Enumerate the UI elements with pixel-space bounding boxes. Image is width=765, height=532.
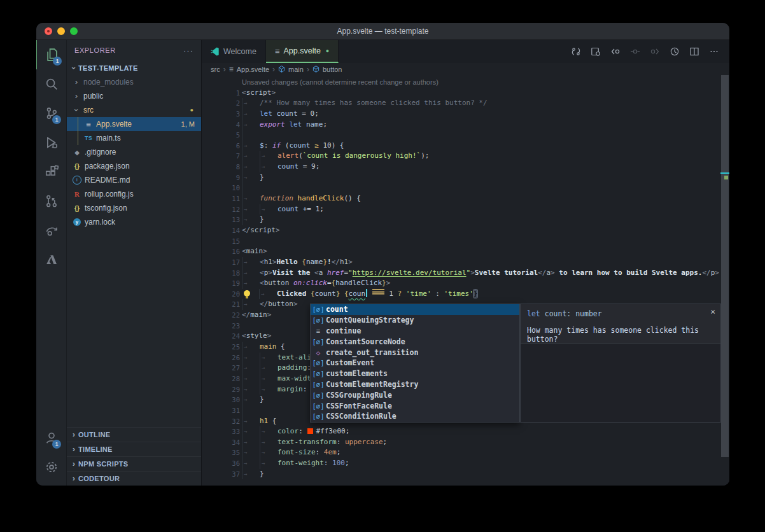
breadcrumb-src[interactable]: src — [211, 66, 220, 73]
code-line-34[interactable]: 34text-transform: uppercase; — [202, 437, 729, 448]
project-root-row[interactable]: › TEST-TEMPLATE — [67, 60, 201, 75]
previous-change-icon[interactable] — [608, 44, 623, 59]
code-line-18[interactable]: 18<p>Visit the <a href="https://svelte.d… — [202, 268, 729, 279]
editor-scrollbar[interactable] — [720, 75, 729, 486]
activity-run-debug-button[interactable] — [36, 128, 66, 157]
file-item-tsconfig-json[interactable]: {}tsconfig.json — [67, 201, 201, 215]
lightbulb-icon[interactable] — [242, 289, 259, 300]
code-line-33[interactable]: 33color: #ff3e00; — [202, 426, 729, 437]
code-line-3[interactable]: 3let count = 0; — [202, 109, 729, 120]
close-icon[interactable]: × — [710, 307, 715, 316]
split-editor-icon[interactable] — [687, 44, 702, 59]
next-change-icon[interactable] — [647, 44, 663, 59]
code-line-10[interactable]: 10 — [202, 183, 729, 193]
open-changes-icon[interactable] — [588, 44, 603, 59]
code-line-4[interactable]: 4export let name; — [202, 120, 729, 130]
line-number: 29 — [202, 384, 240, 395]
code-line-5[interactable]: 5 — [202, 130, 729, 141]
suggestion-item-count[interactable]: [∅]count — [311, 304, 519, 315]
code-line-8[interactable]: 8count = 9; — [202, 162, 729, 172]
file-item-app-svelte[interactable]: ≡App.svelte1, M — [67, 117, 201, 131]
line-number: 20 — [202, 289, 240, 300]
file-item-yarn-lock[interactable]: yyarn.lock — [67, 215, 201, 229]
gitlens-annotations-icon[interactable] — [568, 44, 584, 59]
code-line-9[interactable]: 9} — [202, 172, 729, 183]
file-item-package-json[interactable]: {}package.json — [67, 159, 201, 173]
file-item--gitignore[interactable]: ◆.gitignore — [67, 145, 201, 159]
code-line-15[interactable]: 15 — [202, 236, 729, 247]
suggest-widget: [∅]count[∅]CountQueuingStrategy≡continue… — [310, 304, 520, 423]
current-change-icon[interactable] — [628, 44, 643, 59]
activity-settings-button[interactable] — [36, 452, 66, 482]
activity-azure-button[interactable] — [36, 245, 66, 274]
tab-app-svelte[interactable]: ≡ App.svelte ● — [266, 40, 339, 63]
code-line-19[interactable]: 19<button on:click={handleClick}> — [202, 278, 729, 289]
line-number: 11 — [202, 193, 240, 204]
symbol-variable-icon: [∅] — [311, 412, 326, 420]
suggestion-item-cssconditionrule[interactable]: [∅]CSSConditionRule — [311, 411, 519, 422]
breadcrumb-symbol-main[interactable]: main — [288, 66, 304, 73]
section-outline[interactable]: ›OUTLINE — [67, 427, 201, 442]
file-item-public[interactable]: ›public — [67, 89, 201, 103]
code-line-11[interactable]: 11function handleClick() { — [202, 193, 729, 204]
line-content: </main> — [240, 310, 271, 321]
modified-dot-icon: ● — [326, 48, 329, 54]
code-line-20[interactable]: 20Clicked {count} {coun 1 ? 'time' : 'ti… — [202, 289, 729, 300]
activity-github-pr-button[interactable] — [36, 186, 66, 216]
activity-accounts-button[interactable]: 1 — [36, 423, 66, 452]
suggestion-item-customevent[interactable]: [∅]CustomEvent — [311, 358, 519, 368]
activity-extensions-button[interactable] — [36, 157, 66, 186]
code-line-2[interactable]: 2/** How many times has someone clicked … — [202, 98, 729, 109]
more-actions-icon[interactable] — [706, 44, 722, 59]
yarn-file-icon: y — [72, 218, 82, 226]
code-line-1[interactable]: 1<script> — [202, 88, 729, 99]
overview-ruler-change-mark — [724, 176, 728, 179]
line-number: 22 — [202, 310, 240, 321]
line-number: 14 — [202, 225, 240, 236]
annotation-line[interactable]: Unsaved changes (cannot determine recent… — [202, 77, 729, 88]
suggestion-item-customelementregistry[interactable]: [∅]CustomElementRegistry — [311, 379, 519, 390]
scrollbar-thumb[interactable] — [721, 75, 729, 457]
activity-source-control-button[interactable]: 1 — [36, 99, 66, 128]
code-line-6[interactable]: 6$: if (count ≥ 10) { — [202, 141, 729, 151]
suggestion-item-constantsourcenode[interactable]: [∅]ConstantSourceNode — [311, 336, 519, 347]
file-item-src[interactable]: ›src● — [67, 103, 201, 117]
code-line-35[interactable]: 35font-size: 4em; — [202, 447, 729, 458]
suggestion-item-continue[interactable]: ≡continue — [311, 326, 519, 337]
suggestion-item-cssfontfacerule[interactable]: [∅]CSSFontFaceRule — [311, 400, 519, 411]
explorer-more-actions-button[interactable]: ··· — [183, 46, 193, 55]
file-label: App.svelte — [96, 120, 132, 129]
activity-search-button[interactable] — [36, 69, 66, 99]
code-line-36[interactable]: 36font-weight: 100; — [202, 458, 729, 469]
activity-explorer-button[interactable]: 1 — [36, 40, 67, 69]
breadcrumb-file[interactable]: App.svelte — [237, 66, 269, 73]
section-codetour[interactable]: ›CODETOUR — [67, 471, 201, 486]
file-history-icon[interactable] — [667, 44, 682, 59]
code-line-14[interactable]: 14</script> — [202, 225, 729, 236]
suggestion-item-customelements[interactable]: [∅]customElements — [311, 368, 519, 379]
tab-welcome[interactable]: Welcome — [202, 40, 266, 63]
section-npm-scripts[interactable]: ›NPM SCRIPTS — [67, 456, 201, 471]
line-content — [240, 183, 260, 193]
code-line-37[interactable]: 37} — [202, 469, 729, 480]
file-item-main-ts[interactable]: TSmain.ts — [67, 131, 201, 145]
code-line-16[interactable]: 16<main> — [202, 246, 729, 257]
breadcrumb-symbol-button[interactable]: button — [323, 66, 342, 73]
file-item-readme-md[interactable]: iREADME.md — [67, 173, 201, 187]
code-line-13[interactable]: 13} — [202, 214, 729, 225]
code-editor[interactable]: Unsaved changes (cannot determine recent… — [202, 75, 729, 486]
section-timeline[interactable]: ›TIMELINE — [67, 442, 201, 456]
code-line-17[interactable]: 17<h1>Hello {name}!</h1> — [202, 257, 729, 268]
project-root-label: TEST-TEMPLATE — [78, 64, 138, 72]
code-line-7[interactable]: 7alert(`count is dangerously high!`); — [202, 151, 729, 162]
suggestion-item-create_out_transition[interactable]: ◇create_out_transition — [311, 347, 519, 358]
suggestion-item-countqueuingstrategy[interactable]: [∅]CountQueuingStrategy — [311, 315, 519, 326]
file-item-rollup-config-js[interactable]: Rrollup.config.js — [67, 187, 201, 201]
suggestion-item-cssgroupingrule[interactable]: [∅]CSSGroupingRule — [311, 389, 519, 400]
file-label: src — [83, 106, 94, 115]
sidebar-spacer — [67, 229, 201, 427]
file-item-node-modules[interactable]: ›node_modules — [67, 75, 201, 89]
activity-live-share-button[interactable] — [36, 216, 66, 245]
code-line-12[interactable]: 12count += 1; — [202, 204, 729, 215]
line-content: export let name; — [240, 120, 327, 130]
